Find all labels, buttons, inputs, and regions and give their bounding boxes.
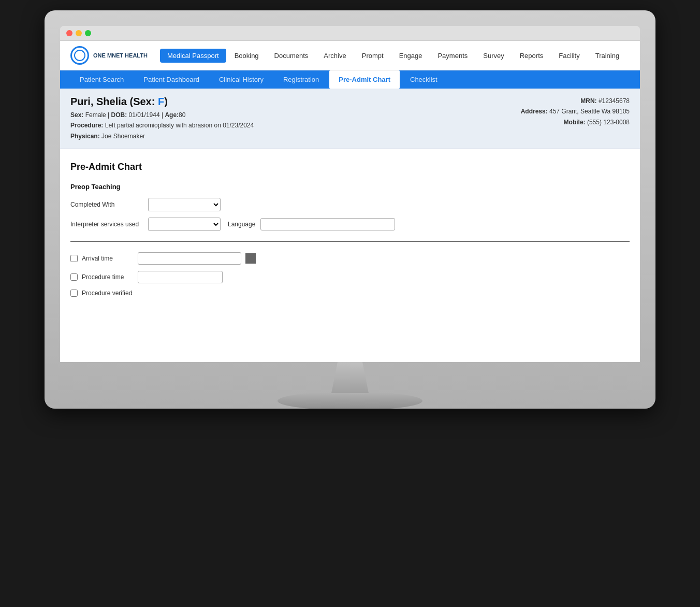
logo: ONE MNET HEALTH	[70, 46, 148, 65]
procedure-verified-checkbox[interactable]	[70, 290, 78, 297]
sub-nav-registration[interactable]: Registration	[274, 70, 328, 89]
nav-item-archive[interactable]: Archive	[316, 49, 353, 63]
language-label: Language	[228, 221, 255, 228]
nav-item-training[interactable]: Training	[588, 49, 626, 63]
completed-with-row: Completed With	[70, 198, 630, 211]
arrival-time-label: Arrival time	[82, 255, 134, 262]
nav-menu: Medical Passport Booking Documents Archi…	[160, 49, 626, 63]
nav-item-medical-passport[interactable]: Medical Passport	[160, 49, 226, 63]
procedure-time-checkbox[interactable]	[70, 273, 78, 281]
patient-header: Puri, Shelia (Sex: F) Sex: Female | DOB:…	[60, 89, 640, 149]
interpreter-label: Interpreter services used	[70, 221, 143, 228]
patient-name: Puri, Shelia (Sex: F)	[70, 96, 254, 108]
top-nav: ONE MNET HEALTH Medical Passport Booking…	[60, 41, 640, 70]
app-container: ONE MNET HEALTH Medical Passport Booking…	[60, 41, 640, 362]
main-content: Pre-Admit Chart Preop Teaching Completed…	[60, 149, 640, 315]
completed-with-label: Completed With	[70, 201, 143, 208]
procedure-time-row: Procedure time	[70, 271, 630, 283]
sub-nav-clinical-history[interactable]: Clinical History	[210, 70, 273, 89]
interpreter-select[interactable]	[148, 218, 221, 231]
stand-base	[278, 393, 422, 409]
arrival-time-input[interactable]	[138, 252, 241, 265]
stand-neck	[319, 362, 381, 393]
section-title: Pre-Admit Chart	[70, 162, 630, 172]
procedure-verified-label: Procedure verified	[82, 290, 134, 297]
sex-letter: F	[158, 96, 164, 107]
monitor-stand	[60, 362, 640, 409]
procedure-verified-row: Procedure verified	[70, 290, 630, 297]
completed-with-select[interactable]	[148, 198, 221, 211]
preop-teaching-title: Preop Teaching	[70, 183, 630, 191]
nav-item-payments[interactable]: Payments	[430, 49, 475, 63]
logo-text: ONE MNET HEALTH	[93, 52, 148, 59]
arrival-time-row: Arrival time	[70, 252, 630, 265]
sub-nav-patient-search[interactable]: Patient Search	[70, 70, 133, 89]
procedure-time-label: Procedure time	[82, 273, 134, 281]
minimize-button[interactable]	[76, 30, 82, 36]
nav-item-engage[interactable]: Engage	[392, 49, 430, 63]
arrival-time-checkbox[interactable]	[70, 255, 78, 262]
patient-info-right: MRN: #12345678 Address: 457 Grant, Seatt…	[521, 96, 630, 127]
sub-nav-patient-dashboard[interactable]: Patient Dashboard	[134, 70, 209, 89]
close-button[interactable]	[66, 30, 72, 36]
nav-item-survey[interactable]: Survey	[476, 49, 511, 63]
sub-nav-checklist[interactable]: Checklist	[401, 70, 447, 89]
titlebar	[60, 26, 640, 41]
sub-nav: Patient Search Patient Dashboard Clinica…	[60, 70, 640, 89]
arrival-time-calendar-button[interactable]	[245, 253, 256, 264]
nav-item-facility[interactable]: Facility	[551, 49, 587, 63]
logo-icon	[70, 46, 89, 65]
section-divider	[70, 241, 630, 242]
language-input[interactable]	[260, 218, 395, 230]
patient-details: Sex: Female | DOB: 01/01/1944 | Age:80 P…	[70, 110, 254, 141]
maximize-button[interactable]	[85, 30, 91, 36]
interpreter-row: Interpreter services used Language	[70, 218, 630, 231]
procedure-time-input[interactable]	[138, 271, 223, 283]
nav-item-booking[interactable]: Booking	[227, 49, 266, 63]
nav-item-documents[interactable]: Documents	[267, 49, 316, 63]
nav-item-prompt[interactable]: Prompt	[355, 49, 391, 63]
nav-item-reports[interactable]: Reports	[513, 49, 551, 63]
patient-info-left: Puri, Shelia (Sex: F) Sex: Female | DOB:…	[70, 96, 254, 141]
sub-nav-pre-admit-chart[interactable]: Pre-Admit Chart	[329, 70, 400, 89]
